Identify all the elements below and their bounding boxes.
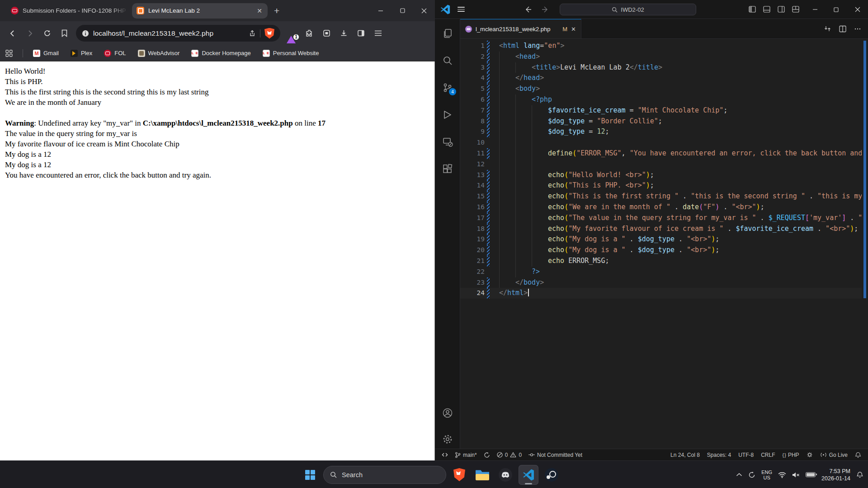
- minimize-button[interactable]: [370, 0, 392, 21]
- code-line[interactable]: 24</html>: [460, 288, 868, 299]
- share-icon[interactable]: [249, 30, 256, 37]
- code-editor[interactable]: 1<html lang="en">2<head>3<title>Levi McL…: [460, 39, 868, 449]
- taskbar-vscode-icon[interactable]: [519, 465, 538, 485]
- tray-sync-icon[interactable]: [748, 471, 755, 479]
- taskbar-search[interactable]: Search: [323, 466, 446, 484]
- tab-close-icon[interactable]: ✕: [571, 26, 576, 33]
- encoding-setting[interactable]: UTF-8: [736, 452, 756, 458]
- toggle-sidebar-icon[interactable]: [749, 6, 756, 13]
- overview-ruler[interactable]: [862, 39, 868, 449]
- taskbar-brave-icon[interactable]: [449, 465, 469, 485]
- go-forward-icon[interactable]: [542, 6, 549, 13]
- go-live-button[interactable]: Go Live: [818, 452, 850, 458]
- battery-icon[interactable]: [806, 472, 816, 477]
- source-control-icon[interactable]: 4: [442, 82, 453, 93]
- code-line[interactable]: 22?>: [460, 267, 868, 277]
- editor-tab-active[interactable]: l_mclean215318_week2.php M ✕: [460, 19, 581, 38]
- code-line[interactable]: 8$dog_type = "Border Collie";: [460, 116, 868, 127]
- tray-chevron-up-icon[interactable]: [736, 473, 742, 477]
- new-tab-button[interactable]: +: [268, 6, 286, 15]
- extensions-puzzle-icon[interactable]: [301, 25, 317, 42]
- remote-explorer-icon[interactable]: [442, 136, 453, 147]
- code-line[interactable]: 16echo("We are in the month of " . date(…: [460, 202, 868, 213]
- extensions-icon[interactable]: [442, 164, 453, 174]
- code-line[interactable]: 13echo("Hello World! <br>");: [460, 170, 868, 181]
- cursor-position[interactable]: Ln 24, Col 8: [668, 452, 702, 458]
- code-line[interactable]: 20echo("My dog is a " . $dog_type . "<br…: [460, 245, 868, 256]
- brave-shield-icon[interactable]: [264, 28, 274, 39]
- close-button[interactable]: [413, 0, 435, 21]
- explorer-icon[interactable]: [442, 28, 453, 39]
- remote-indicator[interactable]: [439, 452, 450, 458]
- open-changes-icon[interactable]: [824, 25, 831, 33]
- sidebar-toggle-icon[interactable]: [353, 25, 369, 42]
- browser-tab-active[interactable]: Levi McLean Lab 2 ✕: [132, 3, 268, 19]
- php-tools-icon[interactable]: [804, 452, 815, 458]
- code-line[interactable]: 18echo("My favorite flavour of ice cream…: [460, 224, 868, 235]
- bookmark-item[interactable]: Gmail: [33, 50, 59, 57]
- code-line[interactable]: 4</head>: [460, 73, 868, 84]
- language-mode[interactable]: { }PHP: [780, 452, 802, 458]
- reload-button[interactable]: [39, 25, 55, 42]
- command-search-box[interactable]: IWD2-02: [560, 4, 696, 15]
- bookmark-item[interactable]: Docker Homepage: [191, 50, 250, 57]
- tray-notifications-bell-icon[interactable]: [856, 471, 863, 479]
- taskbar-explorer-icon[interactable]: [472, 465, 492, 485]
- maximize-button[interactable]: [826, 0, 847, 19]
- code-line[interactable]: 1<html lang="en">: [460, 41, 868, 52]
- bookmark-item[interactable]: WebAdvisor: [138, 50, 180, 57]
- code-line[interactable]: 14echo("This is PHP. <br>");: [460, 180, 868, 191]
- toggle-secondary-sidebar-icon[interactable]: [778, 6, 785, 13]
- split-editor-icon[interactable]: [839, 25, 846, 33]
- code-line[interactable]: 12: [460, 159, 868, 170]
- notifications-bell-icon[interactable]: [853, 452, 863, 458]
- git-branch-status[interactable]: main*: [453, 452, 479, 458]
- search-icon[interactable]: [442, 55, 453, 66]
- code-line[interactable]: 19echo("My dog is a " . $dog_type . "<br…: [460, 234, 868, 245]
- clock[interactable]: 7:53 PM2026-01-14: [821, 468, 850, 482]
- code-line[interactable]: 10: [460, 137, 868, 148]
- go-back-icon[interactable]: [524, 6, 532, 13]
- indentation-setting[interactable]: Spaces: 4: [705, 452, 733, 458]
- reader-mode-icon[interactable]: [318, 25, 335, 42]
- tab-close-icon[interactable]: ✕: [256, 7, 263, 14]
- wifi-icon[interactable]: [778, 472, 786, 478]
- minimize-button[interactable]: [804, 0, 826, 19]
- code-line[interactable]: 23</body>: [460, 277, 868, 288]
- run-debug-icon[interactable]: [442, 109, 453, 120]
- toggle-panel-icon[interactable]: [763, 6, 770, 13]
- code-line[interactable]: 9$dog_type = 12;: [460, 127, 868, 137]
- code-line[interactable]: 3<title>Levi McLean Lab 2</title>: [460, 62, 868, 73]
- code-line[interactable]: 17echo("The value in the query string fo…: [460, 213, 868, 224]
- code-line[interactable]: 15echo("This is the first string " . "th…: [460, 191, 868, 202]
- settings-gear-icon[interactable]: [442, 434, 453, 445]
- address-bar[interactable]: localhost/l_mclean215318_week2.php: [76, 25, 280, 42]
- language-indicator[interactable]: ENGUS: [761, 469, 772, 480]
- downloads-icon[interactable]: [335, 25, 352, 42]
- maximize-button[interactable]: [392, 0, 413, 21]
- menu-hamburger-icon[interactable]: [458, 7, 465, 12]
- apps-grid-icon[interactable]: [5, 50, 13, 57]
- browser-tab-inactive[interactable]: Submission Folders - INFO-1208 PHP: [6, 3, 132, 19]
- sync-changes-button[interactable]: [481, 452, 492, 458]
- code-line[interactable]: 6<?php: [460, 94, 868, 105]
- commit-status[interactable]: Not Committed Yet: [526, 452, 585, 458]
- more-actions-icon[interactable]: [854, 25, 861, 33]
- bookmark-item[interactable]: Personal Website: [263, 50, 319, 57]
- code-line[interactable]: 11define("ERROR_MSG", "You have encounte…: [460, 148, 868, 159]
- taskbar-steam-icon[interactable]: [542, 465, 561, 485]
- bookmark-item[interactable]: Plex: [71, 50, 92, 57]
- site-info-icon[interactable]: [82, 30, 89, 37]
- code-line[interactable]: 21echo ERROR_MSG;: [460, 256, 868, 267]
- eol-setting[interactable]: CRLF: [759, 452, 777, 458]
- taskbar-discord-icon[interactable]: [495, 465, 515, 485]
- forward-button[interactable]: [22, 25, 38, 42]
- bookmark-icon[interactable]: [56, 25, 72, 42]
- customize-layout-icon[interactable]: [792, 6, 799, 13]
- leo-ai-icon[interactable]: 1: [287, 28, 297, 39]
- problems-indicator[interactable]: 0 0: [495, 452, 524, 458]
- url-text[interactable]: localhost/l_mclean215318_week2.php: [93, 29, 245, 38]
- close-button[interactable]: [847, 0, 868, 19]
- back-button[interactable]: [5, 25, 21, 42]
- code-line[interactable]: 7$favorite_ice_cream = "Mint Chocolate C…: [460, 105, 868, 116]
